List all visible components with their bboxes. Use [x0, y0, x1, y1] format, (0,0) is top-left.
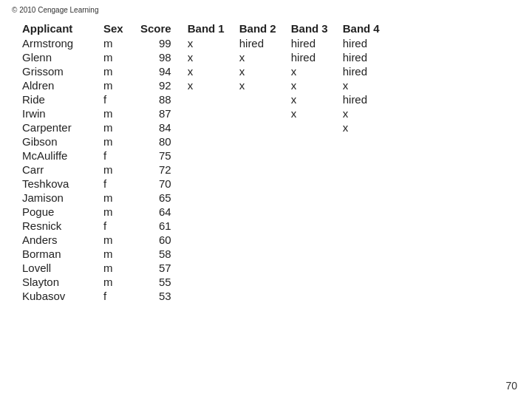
- cell-band3-14: [291, 233, 343, 247]
- cell-band2-16: [239, 261, 291, 275]
- cell-band1-13: [188, 219, 239, 233]
- cell-band2-12: [239, 205, 291, 219]
- data-table-container: Applicant Sex Score Band 1 Band 2 Band 3…: [22, 21, 517, 303]
- cell-score-18: 53: [140, 289, 188, 303]
- cell-score-13: 61: [140, 219, 188, 233]
- cell-applicant-10: Teshkova: [22, 177, 103, 191]
- table-row: Ridef88xhired: [22, 92, 395, 106]
- cell-band1-17: [188, 275, 239, 289]
- cell-band4-3: x: [343, 78, 395, 92]
- cell-band3-7: [291, 134, 343, 149]
- cell-band2-6: [239, 120, 291, 134]
- table-row: Grissomm94xxxhired: [22, 64, 395, 78]
- table-row: Teshkovaf70: [22, 177, 395, 191]
- cell-score-10: 70: [140, 177, 188, 191]
- cell-band2-5: [239, 106, 291, 120]
- table-row: Glennm98xxhiredhired: [22, 50, 395, 64]
- cell-sex-4: f: [103, 92, 140, 106]
- cell-band3-0: hired: [291, 36, 343, 50]
- cell-sex-6: m: [103, 120, 140, 134]
- header-sex: Sex: [103, 21, 140, 36]
- cell-band3-1: hired: [291, 50, 343, 64]
- table-row: Armstrongm99xhiredhiredhired: [22, 36, 395, 50]
- cell-score-12: 64: [140, 205, 188, 219]
- cell-score-1: 98: [140, 50, 188, 64]
- cell-band2-11: [239, 191, 291, 205]
- cell-applicant-13: Resnick: [22, 219, 103, 233]
- cell-band4-1: hired: [343, 50, 395, 64]
- table-header-row: Applicant Sex Score Band 1 Band 2 Band 3…: [22, 21, 395, 36]
- cell-band2-18: [239, 289, 291, 303]
- cell-applicant-3: Aldren: [22, 78, 103, 92]
- cell-sex-9: m: [103, 163, 140, 177]
- cell-score-5: 87: [140, 106, 188, 120]
- cell-sex-2: m: [103, 64, 140, 78]
- cell-band2-14: [239, 233, 291, 247]
- cell-band3-10: [291, 177, 343, 191]
- header-band3: Band 3: [291, 21, 343, 36]
- cell-score-2: 94: [140, 64, 188, 78]
- cell-band1-8: [188, 149, 239, 163]
- cell-sex-15: m: [103, 247, 140, 261]
- cell-band3-16: [291, 261, 343, 275]
- cell-band2-3: x: [239, 78, 291, 92]
- cell-band2-0: hired: [239, 36, 291, 50]
- cell-sex-1: m: [103, 50, 140, 64]
- table-row: Aldrenm92xxxx: [22, 78, 395, 92]
- table-row: McAuliffef75: [22, 149, 395, 163]
- header-band1: Band 1: [188, 21, 239, 36]
- cell-applicant-11: Jamison: [22, 191, 103, 205]
- copyright-label: © 2010 Cengage Learning: [12, 6, 98, 14]
- cell-band1-14: [188, 233, 239, 247]
- cell-band2-2: x: [239, 64, 291, 78]
- cell-band3-13: [291, 219, 343, 233]
- cell-band4-0: hired: [343, 36, 395, 50]
- cell-band1-5: [188, 106, 239, 120]
- header-applicant: Applicant: [22, 21, 103, 36]
- cell-band3-2: x: [291, 64, 343, 78]
- cell-sex-13: f: [103, 219, 140, 233]
- table-row: Kubasovf53: [22, 289, 395, 303]
- cell-applicant-12: Pogue: [22, 205, 103, 219]
- cell-applicant-9: Carr: [22, 163, 103, 177]
- header-score: Score: [140, 21, 188, 36]
- cell-band4-2: hired: [343, 64, 395, 78]
- cell-applicant-17: Slayton: [22, 275, 103, 289]
- cell-score-15: 58: [140, 247, 188, 261]
- cell-band4-16: [343, 261, 395, 275]
- cell-band3-18: [291, 289, 343, 303]
- cell-band1-12: [188, 205, 239, 219]
- cell-band2-17: [239, 275, 291, 289]
- table-row: Carrm72: [22, 163, 395, 177]
- cell-band2-7: [239, 134, 291, 149]
- cell-sex-11: m: [103, 191, 140, 205]
- cell-applicant-4: Ride: [22, 92, 103, 106]
- header-band4: Band 4: [343, 21, 395, 36]
- cell-score-11: 65: [140, 191, 188, 205]
- table-row: Carpenterm84x: [22, 120, 395, 134]
- cell-band4-5: x: [343, 106, 395, 120]
- cell-band4-15: [343, 247, 395, 261]
- cell-band3-15: [291, 247, 343, 261]
- cell-sex-18: f: [103, 289, 140, 303]
- cell-band4-6: x: [343, 120, 395, 134]
- cell-applicant-15: Borman: [22, 247, 103, 261]
- cell-applicant-14: Anders: [22, 233, 103, 247]
- cell-band1-18: [188, 289, 239, 303]
- table-row: Irwinm87xx: [22, 106, 395, 120]
- table-row: Poguem64: [22, 205, 395, 219]
- cell-band2-1: x: [239, 50, 291, 64]
- cell-band3-6: [291, 120, 343, 134]
- cell-band3-8: [291, 149, 343, 163]
- cell-score-0: 99: [140, 36, 188, 50]
- cell-score-6: 84: [140, 120, 188, 134]
- cell-applicant-5: Irwin: [22, 106, 103, 120]
- cell-sex-10: f: [103, 177, 140, 191]
- cell-applicant-16: Lovell: [22, 261, 103, 275]
- cell-band4-10: [343, 177, 395, 191]
- cell-applicant-18: Kubasov: [22, 289, 103, 303]
- cell-sex-8: f: [103, 149, 140, 163]
- cell-band1-6: [188, 120, 239, 134]
- cell-band1-4: [188, 92, 239, 106]
- cell-band2-9: [239, 163, 291, 177]
